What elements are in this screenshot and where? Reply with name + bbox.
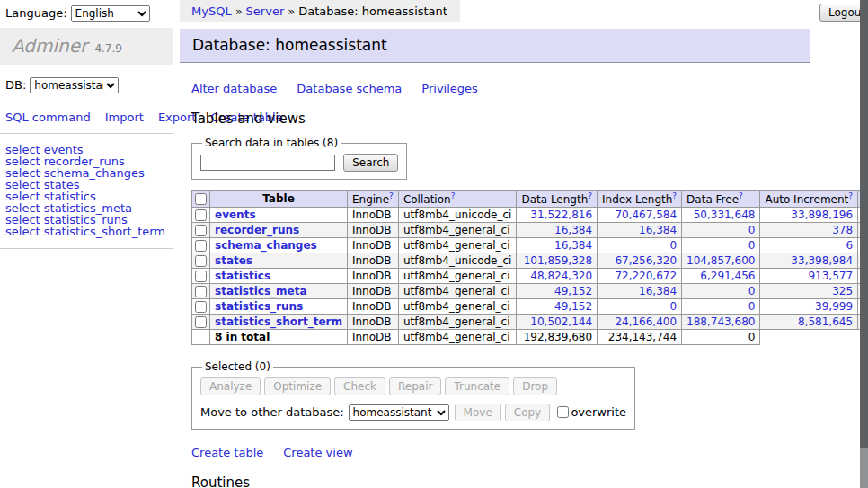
- column-help-link[interactable]: ?: [588, 191, 592, 200]
- auto-increment-link[interactable]: 39,999: [815, 300, 853, 313]
- language-label: Language:: [5, 6, 67, 20]
- column-help-link[interactable]: ?: [389, 191, 394, 200]
- column-header-label: Auto Increment: [765, 193, 848, 206]
- data-length-link[interactable]: 49,152: [554, 300, 592, 313]
- overwrite-checkbox[interactable]: [557, 406, 569, 418]
- database-links: Alter databaseDatabase schemaPrivileges: [191, 82, 861, 95]
- data-free-link[interactable]: 0: [748, 300, 756, 313]
- search-input[interactable]: [200, 155, 335, 171]
- row-checkbox[interactable]: [195, 240, 207, 252]
- db-select[interactable]: homeassistant: [30, 77, 119, 93]
- data-free-link[interactable]: 0: [748, 224, 756, 236]
- column-help-link[interactable]: ?: [848, 191, 853, 200]
- auto-increment-link[interactable]: 33,398,984: [791, 254, 853, 267]
- engine-cell: InnoDB: [347, 299, 398, 315]
- table-name-cell: statistics: [210, 269, 348, 284]
- table-name-link[interactable]: recorder_runs: [215, 224, 299, 236]
- data-free-link[interactable]: 0: [748, 239, 756, 252]
- index-length-cell: 16,384: [598, 223, 682, 238]
- import-link[interactable]: Import: [105, 111, 144, 124]
- data-length-link[interactable]: 16,384: [554, 224, 592, 236]
- breadcrumb-item[interactable]: Server: [246, 4, 285, 18]
- row-checkbox[interactable]: [195, 286, 207, 297]
- row-checkbox[interactable]: [195, 225, 207, 236]
- data-free-link[interactable]: 6,291,456: [700, 270, 755, 282]
- column-help-link[interactable]: ?: [739, 191, 743, 200]
- alter-database-link[interactable]: Alter database: [191, 82, 277, 95]
- row-checkbox[interactable]: [195, 255, 207, 267]
- sidebar-select-link[interactable]: select: [5, 225, 40, 238]
- index-length-link[interactable]: 72,220,672: [615, 270, 677, 282]
- data-length-link[interactable]: 31,522,816: [530, 209, 592, 221]
- table-name-link[interactable]: states: [215, 254, 252, 267]
- move-db-select[interactable]: homeassistant: [349, 404, 449, 421]
- row-checkbox[interactable]: [195, 301, 207, 313]
- index-length-link[interactable]: 67,256,320: [615, 254, 677, 267]
- auto-increment-link[interactable]: 6: [846, 239, 853, 252]
- collation-cell: utf8mb4_general_ci: [398, 269, 517, 284]
- data-length-link[interactable]: 101,859,328: [524, 254, 592, 267]
- data-free-cell: 0: [682, 284, 760, 299]
- auto-increment-link[interactable]: 8,581,645: [798, 315, 853, 328]
- auto-increment-link[interactable]: 325: [832, 285, 853, 297]
- table-name-link[interactable]: statistics_runs: [215, 300, 303, 313]
- truncate-button[interactable]: Truncate: [445, 377, 509, 395]
- privileges-link[interactable]: Privileges: [421, 82, 478, 95]
- row-checkbox[interactable]: [195, 209, 207, 221]
- index-length-link[interactable]: 0: [669, 300, 677, 313]
- index-length-cell: 0: [598, 299, 682, 315]
- optimize-button[interactable]: Optimize: [264, 377, 331, 395]
- scrollbar[interactable]: [860, 0, 868, 488]
- column-header-label: Data Length: [521, 193, 588, 206]
- data-length-link[interactable]: 16,384: [554, 239, 592, 252]
- column-help-link[interactable]: ?: [672, 191, 677, 200]
- data-free-link[interactable]: 188,743,680: [686, 315, 755, 328]
- table-name-link[interactable]: statistics_short_term: [215, 315, 342, 328]
- table-name-link[interactable]: statistics: [215, 270, 270, 282]
- data-free-link[interactable]: 0: [748, 285, 756, 297]
- scrollbar-thumb[interactable]: [860, 0, 868, 448]
- sidebar-actions: SQL commandImportExportCreate table: [5, 110, 167, 125]
- row-checkbox[interactable]: [195, 271, 207, 282]
- sql-command-link[interactable]: SQL command: [5, 111, 91, 124]
- index-length-link[interactable]: 70,467,584: [615, 209, 677, 221]
- analyze-button[interactable]: Analyze: [200, 377, 261, 395]
- auto-increment-link[interactable]: 33,898,196: [791, 209, 853, 221]
- table-name-link[interactable]: statistics_meta: [215, 285, 307, 297]
- copy-button[interactable]: Copy: [505, 404, 550, 421]
- breadcrumb-item[interactable]: MySQL: [191, 4, 232, 18]
- data-length-link[interactable]: 48,824,320: [530, 270, 592, 282]
- engine-cell: InnoDB: [347, 269, 398, 284]
- data-length-link[interactable]: 10,502,144: [530, 315, 592, 328]
- auto-increment-link[interactable]: 913,577: [808, 270, 853, 282]
- search-button[interactable]: Search: [343, 154, 398, 172]
- table-name-link[interactable]: events: [215, 209, 256, 221]
- column-help-link[interactable]: ?: [451, 191, 456, 200]
- sidebar-table-link[interactable]: statistics_short_term: [44, 225, 165, 238]
- select-all-checkbox[interactable]: [195, 193, 207, 205]
- create-table-link[interactable]: Create table: [191, 446, 263, 459]
- table-name-link[interactable]: schema_changes: [215, 239, 317, 252]
- index-length-link[interactable]: 24,166,400: [615, 315, 677, 328]
- auto-increment-link[interactable]: 378: [832, 224, 853, 236]
- total-data-length-cell: 192,839,680: [517, 330, 598, 345]
- create-view-link[interactable]: Create view: [283, 446, 352, 459]
- data-free-link[interactable]: 104,857,600: [686, 254, 755, 267]
- db-selector-row: DB:homeassistant: [5, 77, 173, 93]
- data-length-link[interactable]: 49,152: [554, 285, 592, 297]
- move-button[interactable]: Move: [455, 404, 501, 421]
- index-length-link[interactable]: 16,384: [639, 285, 677, 297]
- drop-button[interactable]: Drop: [513, 377, 557, 395]
- index-length-link[interactable]: 0: [669, 239, 677, 252]
- auto-increment-cell: 913,577: [760, 269, 858, 284]
- column-header-label: Data Free: [686, 193, 739, 206]
- index-length-link[interactable]: 16,384: [639, 224, 677, 236]
- data-free-cell: 104,857,600: [682, 253, 760, 269]
- language-select[interactable]: English: [71, 5, 150, 22]
- row-checkbox[interactable]: [195, 316, 207, 328]
- check-button[interactable]: Check: [334, 377, 385, 395]
- repair-button[interactable]: Repair: [389, 377, 441, 395]
- engine-cell: InnoDB: [347, 223, 398, 238]
- data-free-link[interactable]: 50,331,648: [694, 209, 756, 221]
- database-schema-link[interactable]: Database schema: [297, 82, 402, 95]
